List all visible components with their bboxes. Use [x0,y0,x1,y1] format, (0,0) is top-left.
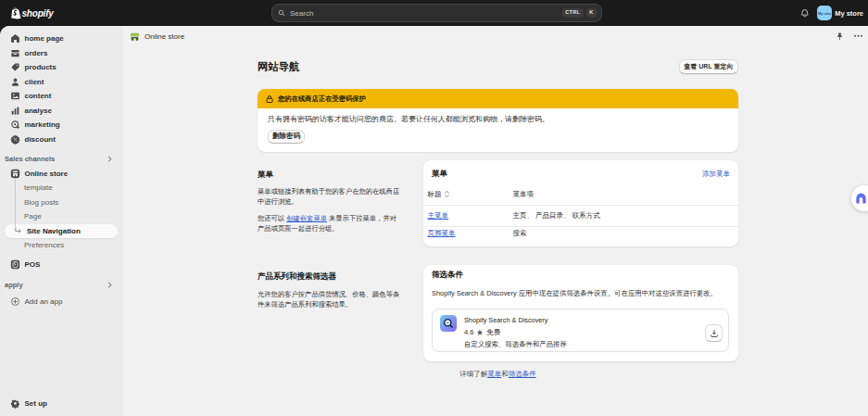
filters-annotation: 产品系列和搜索筛选器 允许您的客户按产品供货情况、价格、颜色等条件来筛选产品系列… [258,265,402,361]
sidebar-item-label: home page [25,34,64,43]
pin-icon[interactable] [836,32,844,41]
nested-arrow-icon [15,227,22,234]
filters-card-title: 筛选条件 [432,270,729,281]
breadcrumb[interactable]: Online store [130,32,184,42]
gear-icon [9,398,21,409]
main-nav: home page orders products client [0,32,123,146]
sidebar-item-set-up[interactable]: Set up [0,396,123,410]
menus-annotation: 菜单 菜单或链接列表有助于您的客户在您的在线商店中进行浏览。 您还可以 创建嵌套… [258,160,402,247]
shortcut-ctrl-key: CTRL [562,8,584,19]
sidebar-item-page[interactable]: Page [0,209,123,224]
app-tagline: 自定义搜索、筛选条件和产品推荐 [464,340,705,349]
more-menu-icon[interactable] [853,34,863,38]
create-nested-menu-link[interactable]: 创建嵌套菜单 [286,214,327,222]
sidebar-item-client[interactable]: client [0,75,123,90]
apps-header-label: apply [5,281,107,289]
discount-icon [9,134,21,145]
menus-table-header: 标题 菜单项 [423,184,738,206]
sidebar-item-label: content [25,92,52,100]
footer-note: 详细了解菜单和筛选条件 [258,369,738,379]
sidebar-item-label: orders [25,49,48,57]
filters-section: 产品系列和搜索筛选器 允许您的客户按产品供货情况、价格、颜色等条件来筛选产品系列… [258,265,738,361]
sidebar-item-label: Preferences [24,241,64,249]
sidebar-item-blog-posts[interactable]: Blog posts [0,195,123,210]
footer-note-prefix: 详细了解 [459,370,487,378]
bar-chart-icon [9,106,21,116]
sort-icon[interactable] [444,190,450,198]
sidebar-item-online-store[interactable]: Online store [0,167,123,182]
main-menu-link[interactable]: 主菜单 [428,211,449,221]
filters-card: 筛选条件 Shopify Search & Discovery 应用中现在提供筛… [423,265,738,361]
sidebar-item-pos[interactable]: POS [0,257,123,272]
menus-learn-link[interactable]: 菜单 [487,370,501,378]
store-avatar: My stor [817,6,832,20]
star-icon [476,329,484,336]
app-price: 免费 [486,328,500,337]
column-title-label: 标题 [428,190,442,199]
filters-learn-link[interactable]: 筛选条件 [509,370,536,378]
sidebar-item-label: POS [25,260,41,269]
sales-channels-header[interactable]: Sales channels [0,153,123,166]
sidebar-item-site-navigation[interactable]: Site Navigation [5,224,118,239]
sidebar-item-home[interactable]: home page [0,32,123,46]
search-input[interactable]: Search CTRL K [271,4,602,22]
sidebar-item-products[interactable]: products [0,60,123,75]
card-header: 菜单 添加菜单 [423,169,738,180]
sidebar-item-analyse[interactable]: analyse [0,104,123,119]
sidebar-item-orders[interactable]: orders [0,46,123,61]
footer-menu-link[interactable]: 页脚菜单 [428,229,456,238]
search-icon [278,9,285,17]
menus-heading: 菜单 [258,170,402,181]
bell-icon [800,8,810,18]
assistant-button[interactable] [851,185,868,211]
banner-body: 只有拥有密码的访客才能访问您的商店。若要让任何人都能浏览和购物，请删除密码。 删… [258,108,738,152]
app-listing[interactable]: Shopify Search & Discovery 4.6 免费 自定义搜索、… [432,309,729,352]
sidekick-icon [855,193,867,204]
pos-icon [9,259,21,270]
filters-card-desc: Shopify Search & Discovery 应用中现在提供筛选条件设置… [432,288,729,298]
sidebar-item-label: Page [24,212,42,221]
page-title: 网站导航 [258,60,299,74]
page-header: 网站导航 查看 URL 重定向 [258,59,738,74]
column-title-cell: 标题 [428,190,513,199]
shopify-bag-icon [10,7,21,19]
notifications-button[interactable] [797,3,813,23]
page: 网站导航 查看 URL 重定向 您的在线商店正在受密码保护 只有拥有密码的访客才… [258,59,738,379]
app-info: Shopify Search & Discovery 4.6 免费 自定义搜索、… [464,315,705,349]
sales-channels-label: Sales channels [5,155,107,163]
banner-title: 您的在线商店正在受密码保护 [278,95,366,104]
menu-row-main[interactable]: 主菜单 主页、 产品目录、 联系方式 [423,205,738,226]
filters-desc: 允许您的客户按产品供货情况、价格、颜色等条件来筛选产品系列和搜索结果。 [258,289,402,309]
menu-row-title-cell: 主菜单 [428,211,513,221]
sidebar-item-label: Add an app [25,297,63,306]
sidebar-item-preferences[interactable]: Preferences [0,238,123,253]
sidebar-item-content[interactable]: content [0,89,123,104]
store-menu[interactable]: My stor My store [817,6,866,20]
shopify-logo[interactable]: shopify [10,7,54,19]
remove-password-button[interactable]: 删除密码 [268,130,305,144]
sidebar-item-label: template [24,183,53,192]
add-menu-link[interactable]: 添加菜单 [702,170,730,179]
sidebar-item-add-app[interactable]: Add an app [0,295,123,309]
breadcrumb-label: Online store [145,32,184,41]
shortcut-k-key: K [586,8,597,19]
search-discovery-app-icon [440,315,457,332]
sidebar-item-marketing[interactable]: marketing [0,118,123,132]
menus-card-title: 菜单 [432,169,447,180]
menu-row-items: 主页、 产品目录、 联系方式 [513,211,600,221]
app-frame: home page orders products client [0,26,868,416]
apps-header[interactable]: apply [0,279,123,292]
menu-row-footer[interactable]: 页脚菜单 搜索 [423,226,738,248]
add-circle-icon [9,296,21,307]
page-actions [836,32,863,41]
footer-note-middle: 和 [501,370,509,378]
view-url-redirects-button[interactable]: 查看 URL 重定向 [679,59,738,74]
sidebar-item-template[interactable]: template [0,181,123,195]
sidebar-item-label: marketing [25,120,60,129]
sidebar-item-discount[interactable]: discount [0,132,123,147]
topbar: shopify Search CTRL K My stor My store [0,0,868,26]
menus-card: 菜单 添加菜单 标题 菜单项 [423,160,738,247]
install-app-button[interactable] [705,324,723,342]
lock-icon [265,95,274,104]
menus-table: 标题 菜单项 主菜单 主页、 产品目录、 联系方式 [423,184,738,248]
